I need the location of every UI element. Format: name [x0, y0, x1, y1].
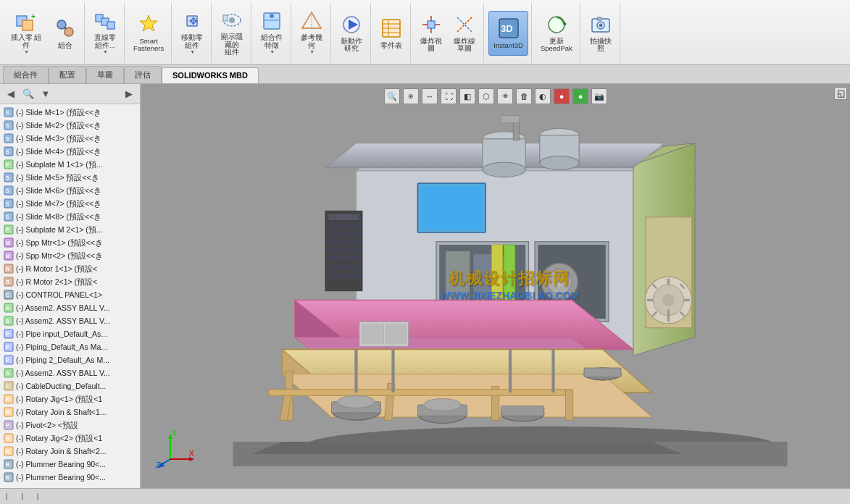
panel-collapse-btn[interactable]: ◀	[3, 86, 19, 102]
tree-item[interactable]: P (-) Pipe input_Default_As...	[0, 327, 140, 340]
zoom-in-button[interactable]: 🔍	[384, 88, 400, 104]
show-hidden-button[interactable]: 顯示隱藏的組件	[216, 11, 248, 56]
tab-drawing[interactable]: 草圖	[86, 66, 124, 83]
insert-component-button[interactable]: + 插入零 組件 ▼	[4, 11, 48, 56]
svg-point-158	[540, 156, 579, 170]
left-panel: ◀ 🔍 ▼ ▶ S (-) Slide M<1> (預設<<き S (-) Sl…	[0, 84, 141, 488]
toolbar-group-snapshot: 拍攝快照	[582, 3, 620, 63]
tree-item[interactable]: R (-) R Motor 2<1> (預設<	[0, 275, 140, 288]
tree-item[interactable]: S (-) Slide M<7> (預設<<き	[0, 197, 140, 210]
tab-mbd[interactable]: SOLIDWORKS MBD	[162, 67, 259, 83]
tree-item[interactable]: S (-) Slide M<3> (預設<<き	[0, 132, 140, 145]
panel-filter-btn[interactable]: ▼	[38, 86, 54, 102]
svg-text:S: S	[6, 110, 9, 115]
tab-assembly[interactable]: 組合件	[3, 66, 49, 83]
scene-button[interactable]: ●	[554, 88, 570, 104]
svg-marker-181	[251, 442, 683, 454]
svg-text:A: A	[6, 319, 9, 324]
hide-show-button[interactable]: 👁	[497, 88, 513, 104]
assy-features-label: 組合件特徵	[261, 34, 283, 49]
tree-item[interactable]: P (-) Piping 2_Default_As M...	[0, 353, 140, 366]
panel-config-btn[interactable]: ▶	[121, 86, 137, 102]
svg-rect-174	[362, 325, 384, 344]
tree-item[interactable]: R (-) Rotary Jig<2> (預設<1	[0, 432, 140, 445]
speedpak-button[interactable]: 更新SpeedPak	[536, 11, 577, 56]
tree-item[interactable]: R (-) Rotary Join & Shaft<1...	[0, 406, 140, 419]
svg-rect-175	[386, 325, 406, 344]
tree-item[interactable]: S (-) Slide M<2> (預設<<き	[0, 119, 140, 132]
tree-item[interactable]: P (-) Subplate M 1<1> (預...	[0, 158, 140, 171]
instant3d-label: Instant3D	[493, 42, 523, 49]
toolbar-group-assy-features: 組合件特徵 ▼	[253, 3, 291, 63]
svg-text:P: P	[6, 345, 9, 350]
svg-text:M: M	[6, 240, 10, 245]
svg-text:S: S	[6, 136, 9, 141]
tree-item[interactable]: P (-) Piping_Default_As Ma...	[0, 340, 140, 353]
tree-item[interactable]: R (-) Rotary Join & Shaft<2...	[0, 445, 140, 458]
view-orientation-button[interactable]: ⛶	[441, 88, 457, 104]
tree-item-icon: A	[3, 302, 14, 314]
svg-text:S: S	[6, 188, 9, 193]
panel-search-btn[interactable]: 🔍	[20, 86, 36, 102]
tree-item-label: (-) Pivot<2> <預設	[16, 419, 78, 432]
lighting-button[interactable]: ●	[572, 88, 588, 104]
tree-item[interactable]: B (-) Plummer Bearing 90<...	[0, 458, 140, 471]
motion-study-icon	[340, 14, 363, 35]
insert-component-icon: +	[14, 10, 38, 32]
motion-study-button[interactable]: 新動作研究	[336, 11, 367, 56]
svg-text:P: P	[6, 332, 9, 337]
tree-item[interactable]: S (-) Slide M<8> (預設<<き	[0, 210, 140, 223]
rotate-button[interactable]: ↔	[422, 88, 438, 104]
reference-geo-button[interactable]: 參考幾何 ▼	[296, 11, 328, 56]
instant3d-button[interactable]: 3D Instant3D	[488, 11, 528, 56]
tree-item-icon: B	[3, 458, 14, 470]
tree-item[interactable]: C (-) CONTROL PANEL<1>	[0, 288, 140, 301]
main-area: ◀ 🔍 ▼ ▶ S (-) Slide M<1> (預設<<き S (-) Sl…	[0, 84, 850, 488]
status-separator3: |	[37, 492, 39, 500]
view-section-button[interactable]: ⬡	[478, 88, 494, 104]
viewport[interactable]: 🔍 ⊕ ↔ ⛶ ◧ ⬡ 👁 🗑 ◐ ● ● 📷 ◱	[141, 84, 850, 488]
tree-item[interactable]: S (-) Slide M<4> (預設<<き	[0, 145, 140, 158]
tree-item[interactable]: R (-) Rotary Jig<1> (預設<1	[0, 392, 140, 406]
tree-item[interactable]: A (-) Assem2. ASSY BALL V...	[0, 301, 140, 314]
tree-item[interactable]: R (-) R Motor 1<1> (預設<	[0, 262, 140, 275]
tree-item[interactable]: B (-) Plummer Bearing 90<...	[0, 471, 140, 484]
tab-eval[interactable]: 評估	[124, 66, 162, 83]
assembly-button[interactable]: 組合	[49, 11, 81, 56]
tree-item-icon: M	[3, 237, 14, 248]
assy-features-dropdown: ▼	[270, 49, 275, 55]
tree-item[interactable]: M (-) Spp Mtr<2> (預設<<き	[0, 249, 140, 262]
tree-item[interactable]: S (-) Slide M<5> 預設<<き	[0, 171, 140, 184]
svg-point-17	[270, 14, 274, 18]
tree-item[interactable]: P (-) Pivot<2> <預設	[0, 419, 140, 432]
status-text	[14, 492, 16, 500]
explode-line-button[interactable]: 爆炸線草圖	[449, 11, 480, 56]
camera-button[interactable]: 📷	[591, 88, 607, 104]
assy-features-button[interactable]: 組合件特徵 ▼	[256, 11, 288, 56]
smart-fasteners-button[interactable]: SmartFasteners	[129, 11, 168, 56]
viewport-expand-button[interactable]: ◱	[834, 87, 847, 100]
bom-button[interactable]: 零件表	[375, 11, 407, 56]
svg-rect-111	[328, 231, 359, 236]
delete-view-button[interactable]: 🗑	[516, 88, 532, 104]
svg-rect-172	[584, 368, 621, 377]
tree-item[interactable]: A (-) Assem2. ASSY BALL V...	[0, 314, 140, 327]
snapshot-button[interactable]: 拍攝快照	[585, 11, 617, 56]
appearance-button[interactable]: ◐	[535, 88, 551, 104]
move-component-button[interactable]: ✥ 移動零組件 ▼	[176, 11, 208, 56]
svg-rect-42	[597, 17, 601, 20]
linear-component-button[interactable]: 直線零組件... ▼	[89, 11, 121, 56]
tree-item[interactable]: M (-) Spp Mtr<1> (預設<<き	[0, 236, 140, 249]
feature-tree[interactable]: S (-) Slide M<1> (預設<<き S (-) Slide M<2>…	[0, 104, 140, 488]
toolbar-group-insert: + 插入零 組件 ▼ 組合	[1, 3, 85, 63]
tab-config[interactable]: 配置	[49, 66, 86, 83]
tree-item[interactable]: S (-) Slide M<1> (預設<<き	[0, 106, 140, 119]
zoom-fit-button[interactable]: ⊕	[403, 88, 419, 104]
tree-item[interactable]: A (-) Assem2. ASSY BALL V...	[0, 366, 140, 379]
tree-item[interactable]: C (-) CableDucting_Default...	[0, 379, 140, 392]
tree-item[interactable]: S (-) Slide M<6> (預設<<き	[0, 184, 140, 197]
explode-view-button[interactable]: 爆炸視圖	[415, 11, 447, 56]
tree-item[interactable]: P (-) Subplate M 2<1> (預...	[0, 223, 140, 236]
snapshot-label: 拍攝快照	[590, 38, 612, 53]
display-mode-button[interactable]: ◧	[459, 88, 475, 104]
